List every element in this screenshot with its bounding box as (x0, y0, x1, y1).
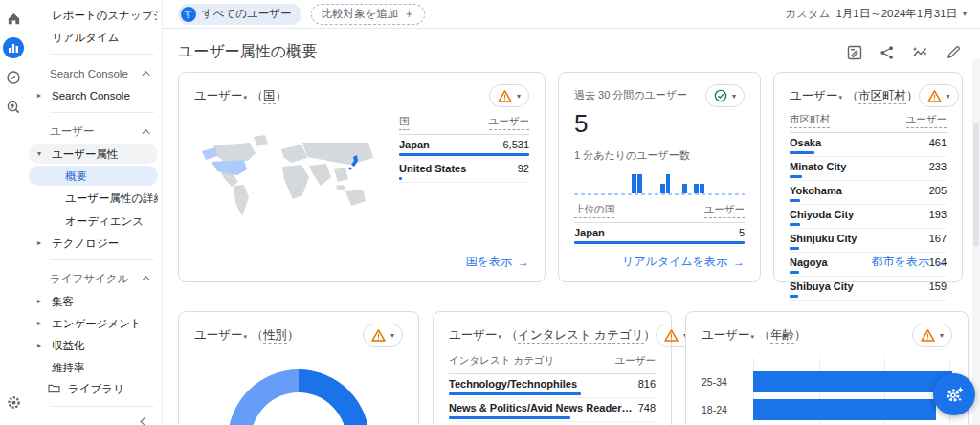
sidebar-item-ユーザー属性[interactable]: ▾ユーザー属性 (29, 144, 158, 164)
realtime-title: 過去 30 分間のユーザー (574, 84, 687, 102)
users-per-minute-chart (574, 165, 745, 195)
view-cities-link[interactable]: 都市を表示→ (872, 254, 947, 270)
sidebar-nav: レポートのスナップショットリアルタイムSearch Console▸Search… (27, 0, 163, 425)
column-metric[interactable]: ユーザー (489, 115, 530, 130)
row-metric-value: 461 (929, 137, 947, 148)
audience-pill[interactable]: す すべてのユーザー (178, 4, 301, 25)
gear-sparkle-icon (943, 383, 966, 406)
table-row[interactable]: News & Politics/Avid News Readers...748 (449, 398, 656, 422)
column-metric[interactable]: ユーザー (906, 113, 947, 128)
sidebar-section-ユーザー[interactable]: ユーザー (27, 121, 162, 143)
column-dimension[interactable]: 市区町村 (790, 113, 830, 128)
check-circle-icon (714, 89, 727, 102)
table-row[interactable]: Shinjuku City167 (790, 229, 947, 253)
sidebar-item-収益化[interactable]: ▸収益化 (29, 335, 158, 355)
table-row[interactable]: United States92 (399, 159, 529, 183)
row-metric-value: 205 (929, 185, 947, 196)
sidebar-item-オーディエンス[interactable]: オーディエンス (29, 211, 158, 231)
arrow-right-icon: → (518, 256, 529, 269)
customize-report-icon[interactable] (847, 45, 862, 60)
share-icon[interactable] (880, 45, 895, 60)
sidebar-item-label: ユーザー属性の詳細 (65, 192, 158, 204)
sidebar-item-エンゲージメント[interactable]: ▸エンゲージメント (29, 313, 158, 333)
scrollbar-track[interactable] (972, 59, 980, 425)
card-title[interactable]: ユーザー▾ （インタレスト カテゴリ） (449, 324, 656, 344)
admin-gear-icon[interactable] (3, 391, 24, 413)
data-quality-ok-pill[interactable]: ▾ (705, 84, 745, 107)
row-metric-value: 6,531 (502, 139, 529, 150)
insights-fab[interactable] (933, 373, 975, 415)
view-realtime-link[interactable]: リアルタイムを表示→ (622, 254, 745, 270)
expand-arrow-icon: ▸ (37, 291, 41, 311)
world-map (194, 132, 386, 235)
minute-slot (632, 174, 636, 193)
cards-area: ユーザー▾ （国） ▾ (163, 72, 980, 425)
warning-icon (927, 90, 942, 102)
sidebar-item-ユーザー属性の詳細[interactable]: ユーザー属性の詳細 (29, 188, 158, 208)
column-dimension[interactable]: 国 (399, 115, 410, 130)
row-value-bar (790, 271, 799, 274)
app-rail (0, 0, 27, 425)
sidebar-section-label: ライフサイクル (50, 272, 128, 286)
sidebar-section-ライフサイクル[interactable]: ライフサイクル (27, 268, 162, 290)
column-metric[interactable]: ユーザー (615, 354, 657, 369)
chevron-down-icon: ▾ (963, 10, 967, 18)
table-row[interactable]: Shibuya City159 (790, 277, 947, 301)
row-dimension-value: Nagoya (790, 257, 834, 268)
sidebar-item-レポートのスナップショット[interactable]: レポートのスナップショット (29, 5, 158, 25)
card-title[interactable]: ユーザー▾ （性別） (194, 324, 300, 344)
insights-icon[interactable] (912, 45, 929, 60)
view-countries-link[interactable]: 国を表示→ (466, 254, 529, 270)
scrollbar-thumb[interactable] (973, 123, 979, 247)
home-icon[interactable] (3, 8, 24, 29)
card-title[interactable]: ユーザー▾ （国） (194, 84, 287, 104)
explore-icon[interactable] (3, 67, 24, 88)
column-dimension[interactable]: 上位の国 (574, 203, 614, 218)
advertising-icon[interactable] (3, 97, 24, 118)
sidebar-item-集客[interactable]: ▸集客 (29, 291, 158, 311)
expand-arrow-icon: ▸ (37, 335, 41, 355)
table-row[interactable]: Technology/Technophiles816 (449, 374, 656, 398)
sidebar-item-維持率[interactable]: 維持率 (29, 357, 158, 377)
row-value-bar (790, 295, 798, 298)
sidebar-item-概要[interactable]: 概要 (29, 166, 158, 186)
age-bar[interactable] (753, 371, 952, 392)
table-row[interactable]: Japan5 (574, 223, 745, 247)
column-dimension[interactable]: インタレスト カテゴリ (449, 354, 554, 369)
arrow-right-icon: → (935, 256, 947, 269)
data-quality-warning-pill[interactable]: ▾ (489, 84, 529, 107)
table-row[interactable]: Yokohama205 (790, 181, 947, 205)
minute-bar (694, 184, 699, 193)
sidebar-divider (50, 406, 154, 407)
add-comparison-button[interactable]: 比較対象を追加 ＋ (311, 4, 425, 25)
reports-icon[interactable] (3, 37, 24, 58)
row-dimension-value: Japan (574, 227, 611, 238)
table-row[interactable]: Minato City233 (790, 157, 947, 181)
sidebar-item-library[interactable]: ライブラリ (27, 378, 162, 400)
column-metric[interactable]: ユーザー (704, 203, 746, 218)
table-row[interactable]: Japan6,531 (399, 135, 529, 159)
collapse-sidebar-icon[interactable] (141, 417, 150, 425)
sidebar-item-リアルタイム[interactable]: リアルタイム (29, 27, 158, 47)
age-bar[interactable] (753, 399, 936, 420)
minute-bar (700, 184, 704, 193)
table-row[interactable]: Chiyoda City193 (790, 205, 947, 229)
sidebar-item-Search Console[interactable]: ▸Search Console (29, 85, 158, 105)
sidebar-item-テクノロジー[interactable]: ▸テクノロジー (29, 233, 158, 253)
card-title[interactable]: ユーザー▾ （市区町村） (790, 84, 919, 104)
date-range-picker[interactable]: カスタム 1月1日～2024年1月31日 ▾ (785, 7, 967, 21)
audience-badge: す (181, 7, 196, 22)
data-quality-warning-pill[interactable]: ▾ (912, 324, 952, 347)
edit-icon[interactable] (947, 45, 961, 59)
chevron-down-icon: ▾ (940, 331, 944, 340)
card-title[interactable]: ユーザー▾ （年齢） (702, 324, 807, 344)
minute-slot (660, 184, 665, 193)
chevron-down-icon: ▾ (244, 333, 248, 340)
sidebar-section-Search Console[interactable]: Search Console (27, 62, 162, 84)
data-quality-warning-pill[interactable]: ▾ (363, 324, 403, 347)
table-row[interactable]: Osaka461 (790, 133, 947, 157)
map-japan-island (348, 167, 351, 169)
row-value-bar (399, 153, 529, 156)
data-quality-warning-pill[interactable]: ▾ (919, 84, 959, 107)
chevron-down-icon: ▾ (947, 92, 950, 101)
